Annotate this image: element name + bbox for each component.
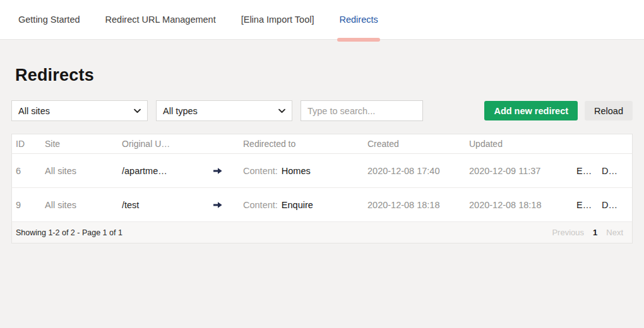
page-title: Redirects xyxy=(15,66,633,84)
delete-link[interactable]: D… xyxy=(602,200,617,210)
reload-button[interactable]: Reload xyxy=(585,101,633,120)
redirect-target: Enquire xyxy=(282,200,313,210)
filter-toolbar: All sites All types Add new redirect Rel… xyxy=(11,100,633,121)
results-summary: Showing 1-2 of 2 - Page 1 of 1 xyxy=(16,228,122,237)
pagination: Previous 1 Next xyxy=(552,228,623,237)
cell-site: All sites xyxy=(45,166,122,176)
toolbar-buttons: Add new redirect Reload xyxy=(484,101,633,120)
cell-arrow xyxy=(193,166,243,176)
chevron-down-icon xyxy=(278,108,285,113)
header-original: Original U… xyxy=(122,139,193,149)
type-filter-value: All types xyxy=(163,106,198,116)
header-updated: Updated xyxy=(469,139,576,149)
header-id: ID xyxy=(16,139,45,149)
table-header-row: ID Site Original U… Redirected to Create… xyxy=(12,134,632,154)
header-site: Site xyxy=(45,139,122,149)
cell-created: 2020-12-08 17:40 xyxy=(367,166,469,176)
cell-id: 9 xyxy=(16,200,45,210)
current-page-button[interactable]: 1 xyxy=(593,228,597,237)
table-footer: Showing 1-2 of 2 - Page 1 of 1 Previous … xyxy=(12,222,632,243)
redirect-arrow-icon xyxy=(213,200,222,210)
redirect-target: Homes xyxy=(282,166,311,176)
add-new-redirect-button[interactable]: Add new redirect xyxy=(484,101,578,120)
cell-updated: 2020-12-08 18:18 xyxy=(469,200,576,210)
tab-label: Getting Started xyxy=(18,15,80,25)
delete-link[interactable]: D… xyxy=(602,166,617,176)
table-row: 9 All sites /test Content:Enquire 2020-1… xyxy=(12,188,632,222)
main-content: Redirects All sites All types Add new re… xyxy=(0,66,644,243)
tab-redirects[interactable]: Redirects xyxy=(326,0,390,40)
tab-label: Redirect URL Management xyxy=(105,15,216,25)
cell-arrow xyxy=(193,200,243,210)
tab-getting-started[interactable]: Getting Started xyxy=(6,0,93,40)
tab-label: [Elina Import Tool] xyxy=(241,15,314,25)
redirect-type-label: Content: xyxy=(243,166,278,176)
redirects-table: ID Site Original U… Redirected to Create… xyxy=(11,134,633,243)
cell-original-url: /test xyxy=(122,200,193,210)
header-created: Created xyxy=(367,139,469,149)
type-filter-select[interactable]: All types xyxy=(156,100,292,121)
tab-bar: Getting Started Redirect URL Management … xyxy=(0,0,644,40)
chevron-down-icon xyxy=(134,108,141,113)
cell-site: All sites xyxy=(45,200,122,210)
cell-redirected-to: Content:Enquire xyxy=(243,200,367,210)
redirect-type-label: Content: xyxy=(243,200,278,210)
site-filter-value: All sites xyxy=(18,106,50,116)
header-redirected: Redirected to xyxy=(243,139,367,149)
tab-elina-import-tool[interactable]: [Elina Import Tool] xyxy=(229,0,327,40)
tab-redirect-url-management[interactable]: Redirect URL Management xyxy=(93,0,229,40)
active-tab-underline xyxy=(337,38,380,42)
edit-link[interactable]: E… xyxy=(576,166,592,176)
cell-updated: 2020-12-09 11:37 xyxy=(469,166,576,176)
cell-redirected-to: Content:Homes xyxy=(243,166,367,176)
edit-link[interactable]: E… xyxy=(576,200,592,210)
previous-page-button[interactable]: Previous xyxy=(552,228,584,237)
cell-original-url: /apartme… xyxy=(122,166,193,176)
search-input[interactable] xyxy=(301,100,423,121)
table-row: 6 All sites /apartme… Content:Homes 2020… xyxy=(12,154,632,188)
redirect-arrow-icon xyxy=(213,166,222,176)
cell-created: 2020-12-08 18:18 xyxy=(367,200,469,210)
site-filter-select[interactable]: All sites xyxy=(11,100,148,121)
next-page-button[interactable]: Next xyxy=(606,228,623,237)
cell-id: 6 xyxy=(16,166,45,176)
tab-label: Redirects xyxy=(339,15,378,25)
